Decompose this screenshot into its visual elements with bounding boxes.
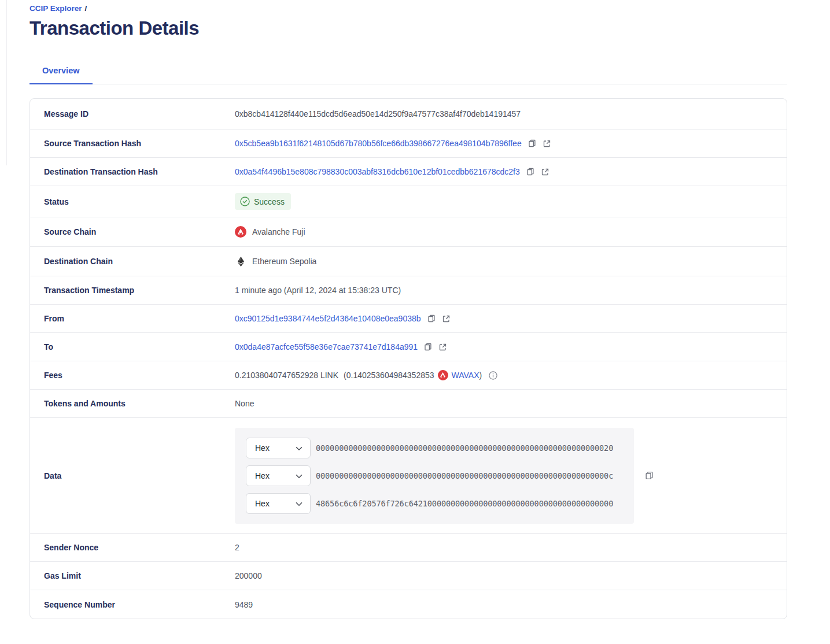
table-row-dest-tx-hash: Destination Transaction Hash 0x0a54f4496… bbox=[30, 158, 787, 186]
copy-icon[interactable] bbox=[526, 167, 535, 176]
copy-icon[interactable] bbox=[644, 471, 654, 480]
data-line: Hex 000000000000000000000000000000000000… bbox=[246, 438, 634, 458]
external-link-icon[interactable] bbox=[543, 139, 551, 148]
hex-line-value: 48656c6c6f20576f726c64210000000000000000… bbox=[316, 499, 613, 508]
avalanche-icon bbox=[438, 370, 448, 380]
row-label: Destination Chain bbox=[30, 257, 235, 266]
fees-link-amount: 0.21038040747652928 LINK bbox=[235, 371, 338, 380]
row-label: Transaction Timestamp bbox=[30, 286, 235, 295]
main-content: CCIP Explorer/ Transaction Details Overv… bbox=[29, 0, 787, 619]
row-label: Source Transaction Hash bbox=[30, 139, 235, 148]
source-tx-hash-link[interactable]: 0x5cb5ea9b1631f62148105d67b780b56fce66db… bbox=[235, 139, 522, 148]
table-row-message-id: Message ID 0xb8cb414128f440e115dcd5d6ead… bbox=[30, 99, 787, 129]
breadcrumb: CCIP Explorer/ bbox=[29, 4, 787, 13]
hex-format-select[interactable]: Hex bbox=[246, 438, 311, 458]
chevron-down-icon bbox=[296, 443, 303, 453]
copy-icon[interactable] bbox=[423, 342, 433, 351]
chevron-down-icon bbox=[296, 499, 303, 508]
table-row-data: Data Hex 0000000000000000000000000000000… bbox=[30, 418, 787, 534]
to-address-link[interactable]: 0x0da4e87acfce55f58e36e7cae73741e7d184a9… bbox=[235, 342, 418, 351]
from-address-link[interactable]: 0xc90125d1e9384744e5f2d4364e10408e0ea903… bbox=[235, 314, 421, 323]
dest-chain-name: Ethereum Sepolia bbox=[252, 257, 316, 266]
table-row-sender-nonce: Sender Nonce 2 bbox=[30, 534, 787, 562]
table-row-tokens: Tokens and Amounts None bbox=[30, 390, 787, 418]
tab-overview[interactable]: Overview bbox=[29, 66, 93, 84]
page-title: Transaction Details bbox=[29, 17, 787, 39]
breadcrumb-separator: / bbox=[85, 4, 87, 13]
transaction-details-card: Message ID 0xb8cb414128f440e115dcd5d6ead… bbox=[29, 98, 787, 619]
copy-icon[interactable] bbox=[527, 139, 537, 148]
chevron-down-icon bbox=[296, 471, 303, 480]
tokens-value: None bbox=[235, 399, 254, 408]
data-line: Hex 000000000000000000000000000000000000… bbox=[246, 465, 634, 486]
row-label: Destination Transaction Hash bbox=[30, 167, 235, 176]
table-row-source-chain: Source Chain Avalanche Fuji bbox=[30, 217, 787, 247]
table-row-from: From 0xc90125d1e9384744e5f2d4364e10408e0… bbox=[30, 305, 787, 333]
table-row-source-tx-hash: Source Transaction Hash 0x5cb5ea9b1631f6… bbox=[30, 129, 787, 158]
page-edge-divider bbox=[6, 0, 7, 165]
table-row-gas-limit: Gas Limit 200000 bbox=[30, 562, 787, 590]
copy-icon[interactable] bbox=[427, 314, 436, 323]
row-label: Gas Limit bbox=[30, 571, 235, 580]
status-badge: Success bbox=[235, 193, 291, 210]
table-row-sequence-number: Sequence Number 9489 bbox=[30, 590, 787, 619]
hex-format-select[interactable]: Hex bbox=[246, 493, 311, 514]
hex-line-value: 0000000000000000000000000000000000000000… bbox=[316, 471, 613, 480]
row-label: From bbox=[30, 314, 235, 323]
row-label: Sender Nonce bbox=[30, 543, 235, 552]
breadcrumb-ccip-explorer-link[interactable]: CCIP Explorer bbox=[29, 4, 82, 13]
check-circle-icon bbox=[240, 197, 250, 206]
row-label: Sequence Number bbox=[30, 600, 235, 609]
row-label: Tokens and Amounts bbox=[30, 399, 235, 408]
ethereum-icon bbox=[235, 257, 246, 267]
avalanche-icon bbox=[235, 226, 246, 238]
row-label: Data bbox=[30, 471, 235, 480]
row-label: Status bbox=[30, 197, 235, 206]
row-label: Message ID bbox=[30, 109, 235, 119]
data-hex-box: Hex 000000000000000000000000000000000000… bbox=[235, 428, 634, 524]
dest-tx-hash-link[interactable]: 0x0a54f4496b15e808c798830c003abf8316dcb6… bbox=[235, 167, 520, 176]
source-chain-name: Avalanche Fuji bbox=[252, 227, 305, 236]
table-row-dest-chain: Destination Chain Ethereum Sepolia bbox=[30, 247, 787, 276]
external-link-icon[interactable] bbox=[438, 343, 447, 351]
sender-nonce-value: 2 bbox=[235, 543, 239, 552]
data-line: Hex 48656c6c6f20576f726c6421000000000000… bbox=[246, 493, 634, 514]
message-id-value: 0xb8cb414128f440e115dcd5d6ead50e14d250f9… bbox=[235, 109, 521, 119]
row-label: Fees bbox=[30, 371, 235, 380]
timestamp-value: 1 minute ago (April 12, 2024 at 15:38:23… bbox=[235, 286, 401, 295]
table-row-fees: Fees 0.21038040747652928 LINK (0.1402536… bbox=[30, 361, 787, 390]
table-row-status: Status Success bbox=[30, 186, 787, 217]
hex-format-select[interactable]: Hex bbox=[246, 465, 311, 486]
tab-bar: Overview bbox=[29, 66, 787, 84]
row-label: To bbox=[30, 342, 235, 351]
hex-line-value: 0000000000000000000000000000000000000000… bbox=[316, 443, 613, 453]
status-badge-label: Success bbox=[254, 197, 285, 206]
gas-limit-value: 200000 bbox=[235, 571, 262, 580]
fees-wavax-link[interactable]: WAVAX) bbox=[452, 371, 482, 380]
fees-wavax-amount: (0.140253604984352853 bbox=[344, 371, 434, 380]
table-row-to: To 0x0da4e87acfce55f58e36e7cae73741e7d18… bbox=[30, 333, 787, 361]
sequence-number-value: 9489 bbox=[235, 600, 253, 609]
external-link-icon[interactable] bbox=[541, 168, 549, 176]
row-label: Source Chain bbox=[30, 227, 235, 236]
table-row-timestamp: Transaction Timestamp 1 minute ago (Apri… bbox=[30, 276, 787, 305]
external-link-icon[interactable] bbox=[442, 314, 451, 323]
info-icon[interactable] bbox=[489, 371, 497, 380]
